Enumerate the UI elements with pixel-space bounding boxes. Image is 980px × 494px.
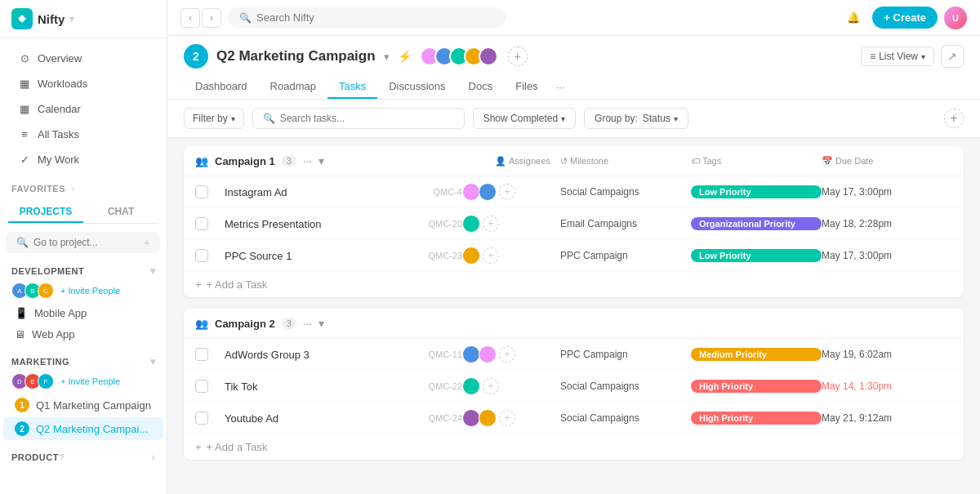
dev-chevron-icon: ▾ [150, 265, 156, 277]
task-row: PPC Source 1 QMC-23 + PPC Campaign Low P… [184, 240, 964, 272]
add-assignee-button[interactable]: + [483, 216, 499, 232]
favorites-section[interactable]: FAVORITES › [0, 179, 167, 198]
tab-more[interactable]: ··· [550, 76, 572, 98]
tab-files[interactable]: Files [504, 75, 549, 99]
sidebar-item-alltasks[interactable]: ≡ All Tasks [5, 122, 162, 146]
due-date: May 17, 3:00pm [822, 186, 952, 198]
groupby-value: Status [643, 113, 670, 124]
due-date: May 19, 6:02am [822, 349, 952, 360]
sidebar: Nifty ▾ ⊙ Overview ▦ Workloads ▦ Calenda… [0, 0, 167, 494]
product-info-icon: ? [59, 452, 65, 462]
avatar: F [38, 373, 54, 389]
task-name[interactable]: Metrics Presentation [225, 218, 397, 230]
group-by-button[interactable]: Group by: Status ▾ [584, 108, 688, 129]
user-avatar[interactable]: U [944, 7, 967, 29]
nav-arrows: ‹ › [180, 8, 221, 28]
task-checkbox[interactable] [195, 412, 208, 425]
share-button[interactable]: ↗ [941, 45, 964, 68]
web-app-icon: 🖥 [15, 328, 25, 340]
development-section: DEVELOPMENT ▾ A B C + Invite People 📱 Mo… [0, 261, 167, 345]
create-button[interactable]: + Create [872, 7, 938, 29]
invite-people-development[interactable]: + Invite People [60, 286, 120, 296]
assignees-header: 👤 Assignees [495, 156, 560, 167]
search-input[interactable] [256, 11, 494, 24]
notification-bell-button[interactable]: 🔔 [841, 6, 866, 30]
assignee-avatar [462, 183, 480, 201]
filter-button[interactable]: Filter by ▾ [184, 108, 244, 129]
list-icon: ≡ [18, 127, 31, 140]
sidebar-item-mywork[interactable]: ✓ My Work [5, 147, 162, 171]
add-member-button[interactable]: + [508, 47, 528, 66]
search-bar[interactable]: 🔍 [228, 7, 506, 28]
topbar: ‹ › 🔍 🔔 + Create U [167, 0, 980, 36]
campaign-2-chevron-icon[interactable]: ▾ [318, 317, 324, 330]
sidebar-item-workloads[interactable]: ▦ Workloads [5, 71, 162, 96]
task-name[interactable]: AdWords Group 3 [225, 349, 397, 361]
add-column-button[interactable]: + [944, 109, 964, 128]
task-name[interactable]: Tik Tok [225, 381, 397, 393]
tab-discussions[interactable]: Discussions [377, 75, 457, 99]
add-task-button-1[interactable]: + + Add a Task [184, 272, 964, 297]
project-item-mobile-app[interactable]: 📱 Mobile App [3, 303, 163, 323]
task-checkbox[interactable] [195, 348, 208, 361]
campaign-icon: 👥 [195, 155, 208, 167]
campaign-1-more-icon[interactable]: ··· [303, 154, 313, 167]
task-checkbox[interactable] [195, 217, 208, 230]
project-item-q1[interactable]: 1 Q1 Marketing Campaign [3, 394, 163, 416]
tab-roadmap[interactable]: Roadmap [259, 75, 327, 99]
task-assignees: + [462, 345, 560, 363]
due-date: May 21, 9:12am [822, 412, 952, 424]
list-view-button[interactable]: ≡ List View ▾ [861, 47, 934, 66]
projects-chat-tabs: PROJECTS CHAT [8, 202, 158, 224]
campaign-2-more-icon[interactable]: ··· [303, 317, 313, 330]
campaign-1-chevron-icon[interactable]: ▾ [318, 154, 324, 167]
tab-docs[interactable]: Docs [457, 75, 505, 99]
avatar-group-marketing: D E F [11, 373, 54, 389]
avatar-group: A B C [11, 283, 54, 299]
task-id: QMC-4 [397, 187, 462, 197]
project-tabs: Dashboard Roadmap Tasks Discussions Docs… [184, 75, 964, 99]
tab-dashboard[interactable]: Dashboard [184, 75, 259, 99]
task-name[interactable]: Youtube Ad [225, 412, 397, 425]
tab-projects[interactable]: PROJECTS [8, 202, 83, 223]
milestone: PPC Campaign [560, 349, 691, 360]
sidebar-item-overview[interactable]: ⊙ Overview [5, 46, 162, 70]
forward-button[interactable]: › [202, 8, 221, 28]
search-tasks-field[interactable] [280, 113, 454, 124]
add-assignee-button[interactable]: + [499, 410, 515, 426]
add-project-icon[interactable]: + [144, 236, 150, 249]
search-tasks-input[interactable]: 🔍 [252, 108, 465, 129]
search-project-input[interactable] [33, 237, 139, 248]
task-id: QMC-22 [397, 381, 462, 391]
product-label[interactable]: PRODUCT ? › [0, 447, 167, 467]
task-checkbox[interactable] [195, 249, 208, 262]
task-name[interactable]: Instagram Ad [225, 186, 397, 198]
tag-badge: Low Priority [691, 249, 822, 262]
invite-people-marketing[interactable]: + Invite People [60, 376, 120, 386]
development-label[interactable]: DEVELOPMENT ▾ [0, 261, 167, 281]
lightning-icon[interactable]: ⚡ [398, 50, 412, 63]
groupby-chevron-icon: ▾ [674, 114, 678, 123]
search-project[interactable]: 🔍 + [7, 232, 160, 253]
project-item-web-app[interactable]: 🖥 Web App [3, 324, 163, 345]
sidebar-item-calendar[interactable]: ▦ Calendar [5, 96, 162, 121]
add-assignee-button[interactable]: + [499, 184, 515, 200]
project-title: Q2 Marketing Campaign [216, 48, 376, 65]
tab-tasks[interactable]: Tasks [327, 75, 377, 99]
project-title-chevron-icon[interactable]: ▾ [384, 51, 390, 63]
add-assignee-button[interactable]: + [499, 346, 515, 363]
add-assignee-button[interactable]: + [483, 378, 499, 394]
marketing-label[interactable]: MARKETING ▾ [0, 352, 167, 372]
task-checkbox[interactable] [195, 380, 208, 393]
tags-header: 🏷 Tags [691, 156, 822, 167]
add-assignee-button[interactable]: + [483, 247, 499, 264]
task-checkbox[interactable] [195, 185, 208, 198]
project-item-q2[interactable]: 2 Q2 Marketing Campai... [3, 417, 163, 440]
tab-chat[interactable]: CHAT [83, 202, 158, 223]
add-task-button-2[interactable]: + + Add a Task [184, 434, 964, 460]
task-name[interactable]: PPC Source 1 [225, 250, 397, 262]
back-button[interactable]: ‹ [180, 8, 200, 28]
toolbar: Filter by ▾ 🔍 Show Completed ▾ Group by:… [167, 100, 980, 138]
main-area: ‹ › 🔍 🔔 + Create U 2 Q2 Marketing Campai… [167, 0, 980, 494]
show-completed-button[interactable]: Show Completed ▾ [473, 108, 576, 129]
